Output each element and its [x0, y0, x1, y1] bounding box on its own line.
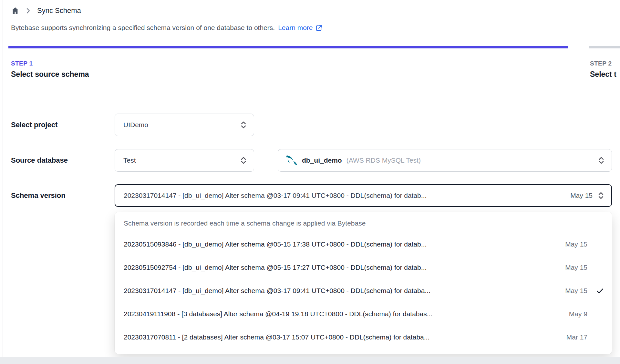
learn-more-label: Learn more	[278, 24, 313, 32]
option-text: 20230419111908 - [3 databases] Alter sch…	[124, 310, 564, 318]
dropdown-note: Schema version is recorded each time a s…	[115, 214, 612, 233]
bottom-scroll-band	[0, 357, 620, 364]
option-date: Mar 17	[566, 333, 587, 341]
breadcrumb: Sync Schema	[11, 5, 81, 16]
schema-version-option-5[interactable]: 20230317070811 - [2 databases] Alter sch…	[115, 326, 612, 349]
step2-label: STEP 2	[590, 60, 620, 67]
step1-label: STEP 1	[11, 60, 89, 67]
schema-version-label: Schema version	[11, 184, 66, 207]
home-icon[interactable]	[11, 6, 19, 15]
learn-more-link[interactable]: Learn more	[278, 24, 322, 32]
chevron-up-down-icon	[597, 156, 605, 165]
option-date: May 9	[569, 310, 587, 318]
project-label: Select project	[11, 114, 57, 136]
source-database-label: Source database	[11, 149, 68, 172]
page-title: Sync Schema	[37, 6, 81, 15]
schema-version-option-4[interactable]: 20230419111908 - [3 databases] Alter sch…	[115, 302, 612, 326]
step1-progress-bar	[8, 46, 568, 48]
step2-progress-bar	[589, 46, 620, 48]
environment-select-value: Test	[123, 157, 235, 164]
option-date: May 15	[565, 264, 587, 271]
step1-title: Select source schema	[11, 70, 89, 79]
intro-line: Bytebase supports synchronizing a specif…	[11, 24, 323, 32]
sync-schema-page: Sync Schema Bytebase supports synchroniz…	[0, 0, 620, 364]
step1-header: STEP 1 Select source schema	[11, 60, 89, 79]
schema-version-option-3-selected[interactable]: 20230317014147 - [db_ui_demo] Alter sche…	[115, 279, 612, 302]
option-date: May 15	[565, 240, 587, 248]
project-select-value: UIDemo	[123, 121, 235, 129]
option-text: 20230515092754 - [db_ui_demo] Alter sche…	[124, 264, 560, 271]
option-date: May 15	[565, 287, 587, 295]
intro-text: Bytebase supports synchronizing a specif…	[11, 24, 275, 32]
step2-title: Select t	[590, 70, 620, 79]
chevron-right-icon	[26, 8, 31, 14]
schema-version-option-2[interactable]: 20230515092754 - [db_ui_demo] Alter sche…	[115, 256, 612, 279]
chevron-up-down-icon	[597, 191, 605, 200]
schema-version-dropdown: Schema version is recorded each time a s…	[115, 212, 612, 354]
left-divider	[3, 0, 3, 364]
step2-header: STEP 2 Select t	[590, 60, 620, 79]
database-name: db_ui_demo	[302, 157, 342, 164]
project-select[interactable]: UIDemo	[115, 114, 254, 136]
option-text: 20230317014147 - [db_ui_demo] Alter sche…	[124, 287, 560, 295]
environment-select[interactable]: Test	[115, 149, 254, 172]
check-icon	[587, 287, 604, 295]
option-text: 20230317070811 - [2 databases] Alter sch…	[124, 333, 561, 341]
database-detail: (AWS RDS MySQL Test)	[346, 157, 593, 164]
chevron-up-down-icon	[240, 156, 247, 165]
database-select[interactable]: db_ui_demo (AWS RDS MySQL Test)	[278, 149, 612, 172]
schema-version-select[interactable]: 20230317014147 - [db_ui_demo] Alter sche…	[115, 184, 612, 207]
mysql-icon	[286, 155, 297, 166]
chevron-up-down-icon	[240, 120, 247, 129]
schema-version-option-1[interactable]: 20230515093846 - [db_ui_demo] Alter sche…	[115, 233, 612, 256]
schema-version-date: May 15	[570, 192, 593, 199]
schema-version-value: 20230317014147 - [db_ui_demo] Alter sche…	[124, 192, 564, 199]
external-link-icon	[315, 24, 323, 32]
option-text: 20230515093846 - [db_ui_demo] Alter sche…	[124, 240, 560, 248]
